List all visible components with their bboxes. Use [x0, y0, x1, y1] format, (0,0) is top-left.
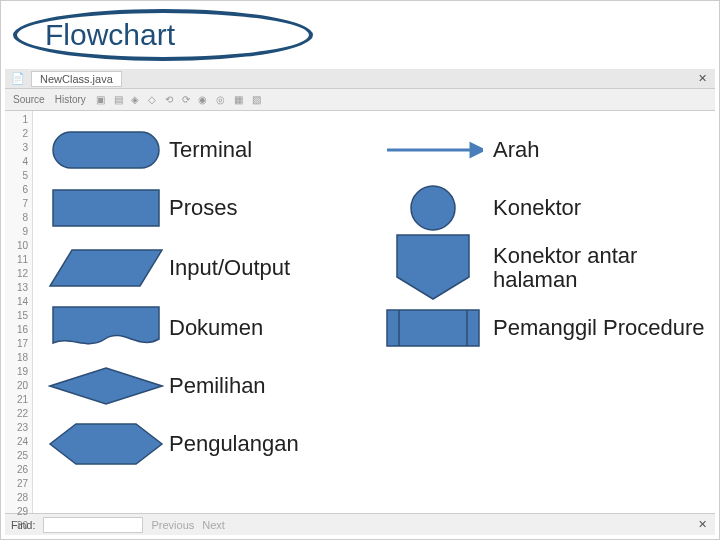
- arrow-shape: [375, 140, 491, 160]
- loop-shape: [45, 422, 167, 466]
- svg-marker-6: [397, 235, 469, 299]
- svg-rect-3: [53, 190, 159, 226]
- legend-row: Pengulangan: [45, 415, 709, 473]
- offpage-label: Konektor antar halaman: [491, 244, 709, 292]
- history-tab[interactable]: History: [55, 94, 86, 105]
- loop-label: Pengulangan: [167, 431, 375, 457]
- svg-marker-10: [50, 368, 162, 404]
- next-button[interactable]: Next: [202, 519, 225, 531]
- find-close-icon[interactable]: ✕: [698, 518, 707, 531]
- decision-label: Pemilihan: [167, 373, 375, 399]
- connector-shape: [375, 183, 491, 233]
- document-label: Dokumen: [167, 315, 375, 341]
- ide-toolbar: Source History ▣ ▤ ◈ ◇ ⟲ ⟳ ◉ ◎ ▦ ▧: [5, 89, 715, 111]
- svg-marker-11: [50, 424, 162, 464]
- svg-rect-0: [53, 132, 159, 168]
- io-shape: [45, 248, 167, 288]
- find-label: Find:: [11, 519, 35, 531]
- legend-row: Input/Output Konektor antar halaman: [45, 237, 709, 299]
- offpage-shape: [375, 233, 491, 303]
- title-badge: Flowchart: [13, 9, 313, 61]
- find-input[interactable]: [43, 517, 143, 533]
- procedure-shape: [375, 308, 491, 348]
- svg-rect-7: [387, 310, 479, 346]
- legend-row: Dokumen Pemanggil Procedure: [45, 299, 709, 357]
- process-shape: [45, 188, 167, 228]
- legend-content: Terminal Arah Proses Konektor Input/Outp…: [45, 121, 709, 509]
- arrow-label: Arah: [491, 138, 709, 162]
- svg-marker-2: [471, 144, 483, 156]
- toolbar-icons: ▣ ▤ ◈ ◇ ⟲ ⟳ ◉ ◎ ▦ ▧: [96, 94, 264, 105]
- slide: Flowchart 📄 NewClass.java ✕ Source Histo…: [0, 0, 720, 540]
- svg-marker-5: [50, 250, 162, 286]
- line-gutter: 12345678910 11121314151617181920 2122232…: [5, 111, 33, 513]
- connector-label: Konektor: [491, 196, 709, 220]
- terminal-label: Terminal: [167, 137, 375, 163]
- document-shape: [45, 305, 167, 351]
- legend-row: Proses Konektor: [45, 179, 709, 237]
- process-label: Proses: [167, 195, 375, 221]
- procedure-label: Pemanggil Procedure: [491, 316, 709, 340]
- prev-button[interactable]: Previous: [151, 519, 194, 531]
- slide-title: Flowchart: [45, 18, 175, 52]
- legend-row: Terminal Arah: [45, 121, 709, 179]
- file-icon: 📄: [11, 72, 25, 85]
- file-tab[interactable]: NewClass.java: [31, 71, 122, 87]
- ide-tab-row: 📄 NewClass.java ✕: [5, 69, 715, 89]
- tab-close-icon[interactable]: ✕: [698, 72, 707, 85]
- terminal-shape: [45, 130, 167, 170]
- source-tab[interactable]: Source: [13, 94, 45, 105]
- find-bar: Find: Previous Next ✕: [5, 513, 715, 535]
- legend-row: Pemilihan: [45, 357, 709, 415]
- decision-shape: [45, 366, 167, 406]
- svg-point-4: [411, 186, 455, 230]
- io-label: Input/Output: [167, 255, 375, 281]
